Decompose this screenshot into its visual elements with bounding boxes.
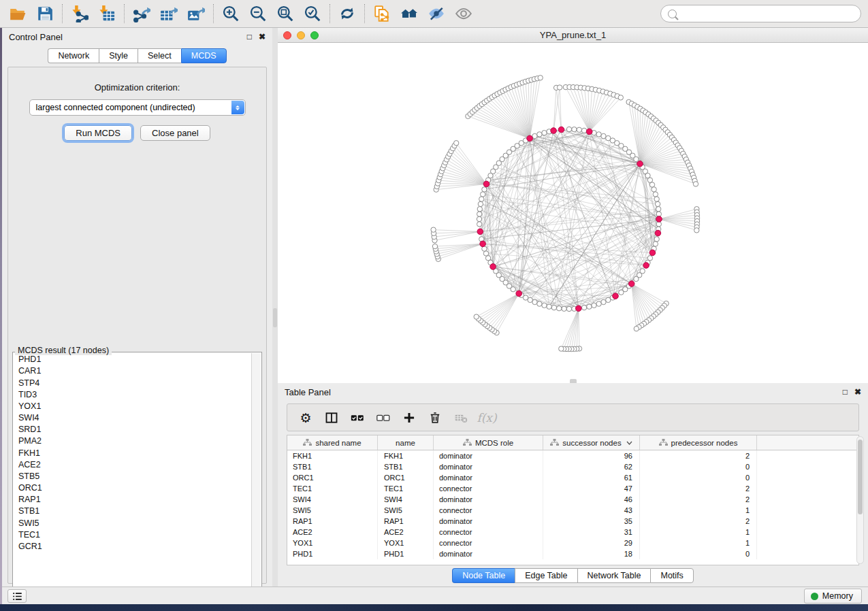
mcds-result-item[interactable]: SWI4: [14, 412, 251, 424]
graph-node[interactable]: [532, 299, 537, 304]
graph-leaf-node[interactable]: [618, 95, 623, 100]
search-box[interactable]: [660, 5, 861, 22]
graph-leaf-node[interactable]: [693, 182, 698, 186]
graph-node[interactable]: [577, 127, 581, 132]
graph-node[interactable]: [572, 127, 577, 132]
graph-leaf-node[interactable]: [538, 76, 543, 80]
graph-node[interactable]: [596, 132, 601, 137]
graph-hub-node[interactable]: [558, 127, 564, 133]
graph-node[interactable]: [477, 212, 482, 216]
graph-node[interactable]: [634, 156, 639, 161]
close-panel-button[interactable]: Close panel: [140, 125, 210, 141]
tab-motifs[interactable]: Motifs: [650, 568, 693, 583]
open-file-button[interactable]: [4, 3, 31, 24]
table-row[interactable]: ACE2ACE2connector311: [287, 527, 858, 538]
graph-node[interactable]: [481, 192, 485, 197]
graph-hub-node[interactable]: [551, 128, 557, 134]
graph-node[interactable]: [566, 306, 571, 311]
graph-hub-node[interactable]: [628, 281, 634, 287]
graph-node[interactable]: [634, 276, 639, 281]
criterion-dropdown[interactable]: largest connected component (undirected): [29, 99, 246, 116]
table-scrollbar[interactable]: [856, 436, 864, 564]
network-graph[interactable]: [278, 43, 868, 383]
import-network-button[interactable]: [66, 3, 93, 24]
graph-leaf-node[interactable]: [694, 228, 699, 233]
column-header-MCDS-role[interactable]: MCDS role: [434, 435, 543, 450]
graph-node[interactable]: [477, 216, 481, 221]
import-table-button[interactable]: [93, 3, 120, 24]
graph-hub-node[interactable]: [637, 161, 643, 167]
mcds-result-item[interactable]: STB1: [14, 506, 251, 517]
float-table-panel-icon[interactable]: □: [843, 388, 848, 396]
graph-node[interactable]: [547, 304, 551, 309]
graph-node[interactable]: [619, 290, 624, 295]
float-panel-icon[interactable]: □: [247, 33, 252, 41]
table-row[interactable]: ORC1ORC1dominator610: [287, 472, 858, 483]
graph-node[interactable]: [542, 303, 547, 308]
graph-node[interactable]: [532, 133, 537, 138]
graph-node[interactable]: [592, 303, 596, 308]
graph-node[interactable]: [653, 192, 658, 197]
first-neighbors-button[interactable]: [396, 3, 423, 24]
graph-node[interactable]: [477, 222, 482, 227]
memory-button[interactable]: Memory: [804, 589, 862, 604]
mcds-result-item[interactable]: FKH1: [14, 447, 251, 459]
graph-node[interactable]: [477, 207, 482, 212]
show-panels-button[interactable]: [7, 589, 27, 603]
graph-node[interactable]: [562, 306, 566, 311]
mcds-result-item[interactable]: YOX1: [14, 401, 251, 412]
tab-style[interactable]: Style: [99, 48, 138, 63]
graph-hub-node[interactable]: [649, 250, 656, 256]
graph-hub-node[interactable]: [477, 229, 483, 235]
zoom-selected-button[interactable]: [299, 3, 326, 24]
graph-hub-node[interactable]: [655, 230, 661, 236]
graph-hub-node[interactable]: [490, 264, 496, 270]
graph-hub-node[interactable]: [480, 241, 486, 247]
graph-hub-node[interactable]: [516, 291, 522, 297]
table-row[interactable]: FKH1FKH1dominator962: [287, 450, 858, 461]
graph-leaf-node[interactable]: [559, 346, 564, 351]
export-network-button[interactable]: [128, 3, 155, 24]
graph-node[interactable]: [655, 201, 660, 206]
tab-select[interactable]: Select: [138, 48, 181, 63]
mcds-result-item[interactable]: PHD1: [14, 354, 251, 365]
graph-node[interactable]: [482, 187, 487, 192]
graph-leaf-node[interactable]: [634, 326, 639, 331]
graph-node[interactable]: [652, 187, 656, 192]
graph-node[interactable]: [537, 301, 542, 306]
mcds-result-item[interactable]: ACE2: [14, 459, 251, 471]
mcds-result-scrollbar[interactable]: [251, 353, 261, 601]
mcds-result-item[interactable]: STP4: [14, 377, 251, 389]
graph-hub-node[interactable]: [586, 129, 592, 135]
mcds-result-item[interactable]: ORC1: [14, 482, 251, 494]
mcds-result-item[interactable]: STB5: [14, 471, 251, 482]
tab-edge-table[interactable]: Edge Table: [515, 568, 577, 583]
zoom-out-button[interactable]: [244, 3, 272, 24]
deselect-all-button[interactable]: [372, 408, 395, 428]
table-row[interactable]: PHD1PHD1dominator180: [287, 548, 858, 559]
table-row[interactable]: SWI4SWI4dominator462: [287, 494, 858, 505]
save-session-button[interactable]: [31, 3, 59, 24]
table-row[interactable]: STB1STB1dominator620: [287, 461, 858, 472]
graph-node[interactable]: [581, 128, 586, 133]
table-row[interactable]: YOX1YOX1connector291: [287, 538, 858, 548]
export-image-button[interactable]: [182, 3, 210, 24]
graph-leaf-node[interactable]: [557, 85, 562, 90]
search-input[interactable]: [682, 9, 854, 18]
graph-node[interactable]: [649, 182, 654, 187]
graph-node[interactable]: [581, 305, 586, 310]
graph-leaf-node[interactable]: [432, 244, 437, 248]
zoom-fit-button[interactable]: [272, 3, 299, 24]
graph-node[interactable]: [478, 201, 483, 206]
graph-leaf-node[interactable]: [454, 141, 459, 146]
hide-selected-button[interactable]: [423, 3, 450, 24]
tab-node-table[interactable]: Node Table: [452, 568, 515, 583]
graph-node[interactable]: [566, 127, 571, 131]
graph-hub-node[interactable]: [527, 135, 533, 142]
gear-button[interactable]: ⚙: [294, 408, 317, 428]
tab-network[interactable]: Network: [48, 48, 99, 63]
graph-hub-node[interactable]: [576, 306, 582, 312]
mcds-result-item[interactable]: PMA2: [14, 435, 251, 447]
graph-node[interactable]: [601, 299, 606, 304]
graph-node[interactable]: [479, 197, 484, 201]
